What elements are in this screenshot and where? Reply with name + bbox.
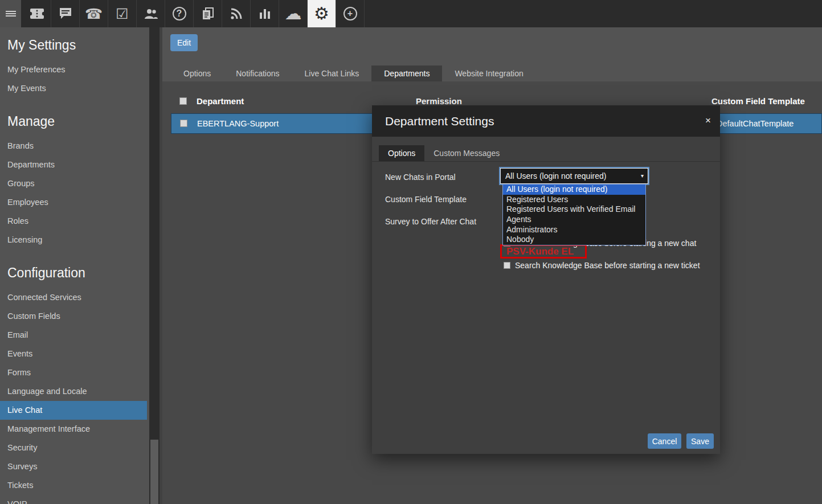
sidebar-item-management-interface[interactable]: Management Interface [0, 420, 149, 439]
phone-glyph: ☎ [85, 7, 103, 21]
tab-live-chat-links[interactable]: Live Chat Links [292, 65, 372, 81]
sidebar-item-events[interactable]: Events [0, 345, 149, 363]
label-custom-field-template: Custom Field Template [385, 191, 467, 207]
sidebar-scrollbar-thumb[interactable] [150, 440, 158, 504]
annotation-box: PSV-Kunde EL [500, 244, 587, 259]
chevron-down-icon: ▾ [641, 169, 644, 183]
users-icon [144, 7, 158, 20]
option-administrators[interactable]: Administrators [503, 225, 645, 235]
settings-icon[interactable]: ⚙ [308, 0, 336, 27]
tab-notifications[interactable]: Notifications [223, 65, 292, 81]
row-checkbox[interactable] [180, 120, 187, 127]
modal-tabs: Options Custom Messages [379, 145, 509, 161]
settings-sidebar: My Settings My Preferences My Events Man… [0, 27, 149, 504]
topbar: ☎ ☑ ? [0, 0, 822, 27]
stats-icon[interactable] [251, 0, 279, 27]
option-registered-users[interactable]: Registered Users [503, 195, 645, 205]
add-icon[interactable]: + [336, 0, 365, 27]
sidebar-scrollbar[interactable] [149, 27, 160, 504]
sidebar-section-configuration: Configuration [0, 264, 149, 281]
sidebar-item-connected-services[interactable]: Connected Services [0, 288, 149, 307]
option-nobody[interactable]: Nobody [503, 235, 645, 245]
sidebar-item-live-chat[interactable]: Live Chat [0, 401, 147, 420]
sidebar-item-security[interactable]: Security [0, 439, 149, 457]
cloud-glyph: ☁ [285, 5, 302, 22]
ticket-icon [30, 7, 44, 20]
select-all-checkbox[interactable] [179, 97, 187, 105]
sidebar-item-email[interactable]: Email [0, 326, 149, 345]
rss-icon[interactable] [222, 0, 251, 27]
sidebar-item-voip[interactable]: VOIP [0, 495, 149, 504]
feed-icon [230, 7, 243, 21]
search-kb-ticket-row: Search Knowledge Base before starting a … [504, 261, 700, 270]
department-settings-modal: Department Settings × Options Custom Mes… [372, 105, 720, 454]
label-survey-to-offer-after-chat: Survey to Offer After Chat [385, 214, 476, 230]
search-kb-ticket-label: Search Knowledge Base before starting a … [515, 261, 700, 270]
sidebar-item-roles[interactable]: Roles [0, 212, 149, 231]
bar-chart-icon [258, 7, 272, 20]
option-all-users[interactable]: All Users (login not required) [503, 185, 645, 195]
sidebar-item-groups[interactable]: Groups [0, 174, 149, 193]
column-department: Department [197, 91, 244, 111]
sidebar-item-licensing[interactable]: Licensing [0, 231, 149, 249]
people-icon[interactable] [137, 0, 165, 27]
close-icon[interactable]: × [705, 114, 711, 127]
sidebar-item-forms[interactable]: Forms [0, 363, 149, 382]
tickets-icon[interactable] [23, 0, 51, 27]
cancel-button[interactable]: Cancel [648, 433, 681, 449]
modal-tab-divider [372, 161, 720, 162]
modal-title: Department Settings [385, 105, 494, 137]
documents-icon[interactable] [194, 0, 222, 27]
edit-button[interactable]: Edit [170, 34, 198, 51]
sidebar-item-brands[interactable]: Brands [0, 137, 149, 155]
copy-icon [201, 7, 215, 21]
sidebar-section-manage: Manage [0, 113, 149, 130]
dropdown-options-list: All Users (login not required) Registere… [502, 184, 646, 245]
sidebar-item-language-and-locale[interactable]: Language and Locale [0, 382, 149, 401]
sidebar-item-departments[interactable]: Departments [0, 155, 149, 174]
option-registered-users-verified[interactable]: Registered Users with Verified Email [503, 204, 645, 215]
row-custom-field-template: DefaultChatTemplate [717, 114, 794, 133]
tasks-icon[interactable]: ☑ [108, 0, 137, 27]
live-chat-tabs: Options Notifications Live Chat Links De… [162, 65, 536, 81]
app-toolbar: ☎ ☑ ? [23, 0, 365, 27]
sidebar-item-my-events[interactable]: My Events [0, 79, 149, 98]
column-custom-field-template: Custom Field Template [711, 91, 805, 111]
question-glyph: ? [173, 7, 186, 21]
help-icon[interactable]: ? [165, 0, 194, 27]
tab-departments[interactable]: Departments [371, 65, 442, 81]
cloud-icon[interactable]: ☁ [279, 0, 308, 27]
modal-header: Department Settings × [372, 105, 720, 137]
sidebar-item-tickets[interactable]: Tickets [0, 476, 149, 495]
save-button[interactable]: Save [686, 433, 714, 449]
menu-button[interactable] [0, 0, 21, 27]
select-value: All Users (login not required) [505, 171, 606, 181]
plus-glyph: + [343, 7, 357, 21]
label-new-chats-in-portal: New Chats in Portal [385, 169, 456, 185]
new-chats-in-portal-select[interactable]: All Users (login not required) ▾ [500, 168, 648, 184]
sidebar-item-surveys[interactable]: Surveys [0, 457, 149, 476]
tab-website-integration[interactable]: Website Integration [442, 65, 535, 81]
modal-tab-options[interactable]: Options [379, 145, 424, 161]
chat-icon[interactable] [51, 0, 80, 27]
gear-glyph: ⚙ [314, 5, 329, 22]
modal-tab-custom-messages[interactable]: Custom Messages [424, 145, 509, 161]
sidebar-item-my-preferences[interactable]: My Preferences [0, 60, 149, 79]
tab-options[interactable]: Options [171, 65, 223, 81]
hamburger-icon [6, 10, 16, 18]
row-department-name: EBERTLANG-Support [197, 114, 279, 133]
speech-bubble-icon [59, 7, 72, 20]
sidebar-section-my-settings: My Settings [0, 36, 149, 54]
search-kb-ticket-checkbox[interactable] [504, 262, 510, 269]
option-agents[interactable]: Agents [503, 215, 645, 225]
phone-icon[interactable]: ☎ [80, 0, 108, 27]
annotation-text: PSV-Kunde EL [506, 246, 574, 257]
sidebar-item-employees[interactable]: Employees [0, 193, 149, 212]
checkbox-glyph: ☑ [116, 7, 128, 21]
sidebar-item-custom-fields[interactable]: Custom Fields [0, 307, 149, 326]
